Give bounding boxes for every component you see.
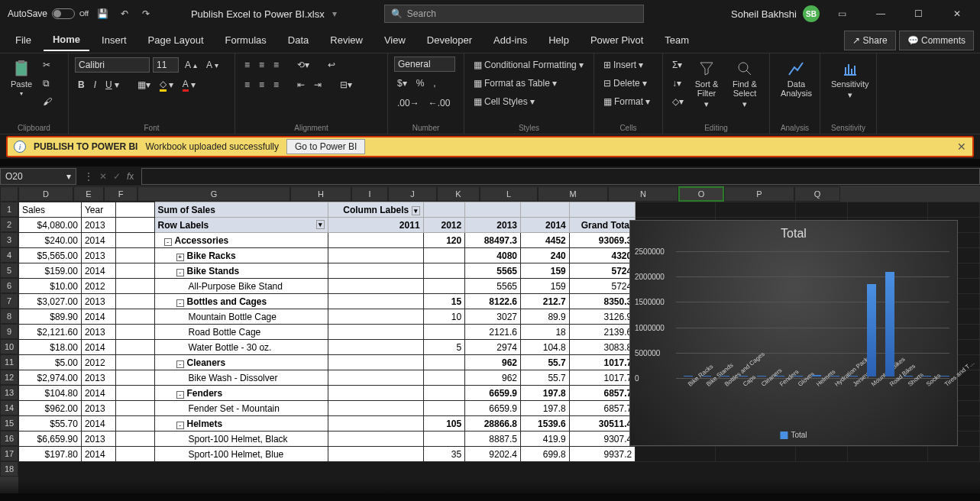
cell[interactable] bbox=[795, 202, 847, 218]
cell[interactable] bbox=[927, 447, 979, 462]
cell[interactable]: 5 bbox=[423, 340, 465, 355]
percent-icon[interactable]: % bbox=[413, 75, 428, 92]
align-center-icon[interactable]: ≡ bbox=[256, 76, 267, 93]
save-icon[interactable]: 💾 bbox=[96, 7, 110, 21]
cell[interactable]: 2012 bbox=[423, 218, 465, 233]
cell[interactable] bbox=[116, 294, 154, 309]
cell[interactable]: $3,027.00 bbox=[19, 294, 82, 309]
align-top-icon[interactable]: ≡ bbox=[241, 57, 253, 73]
cell[interactable] bbox=[328, 432, 423, 447]
cell[interactable]: $89.90 bbox=[19, 309, 82, 325]
cell[interactable] bbox=[847, 447, 927, 462]
cell[interactable]: $159.00 bbox=[19, 263, 82, 279]
cell[interactable]: 5565 bbox=[465, 279, 521, 294]
cell[interactable]: Road Bottle Cage bbox=[154, 325, 328, 340]
cell[interactable] bbox=[328, 370, 423, 386]
paste-button[interactable]: Paste ▾ bbox=[6, 57, 37, 100]
cell[interactable]: $6,659.90 bbox=[19, 432, 82, 447]
cell[interactable]: -Fenders bbox=[154, 386, 328, 401]
cell[interactable]: 1017.7 bbox=[569, 370, 635, 386]
cell[interactable] bbox=[423, 202, 465, 218]
go-to-power-bi-button[interactable]: Go to Power BI bbox=[286, 139, 365, 154]
share-button[interactable]: ↗ Share bbox=[844, 31, 895, 50]
undo-icon[interactable]: ↶ bbox=[118, 7, 131, 21]
search-input[interactable]: 🔍 Search bbox=[384, 5, 644, 23]
cell[interactable]: 4320 bbox=[569, 248, 635, 263]
formula-bar[interactable] bbox=[141, 168, 980, 185]
cell[interactable]: Mountain Bottle Cage bbox=[154, 309, 328, 325]
increase-indent-icon[interactable]: ⇥ bbox=[311, 76, 325, 93]
user-avatar[interactable]: SB bbox=[803, 5, 820, 22]
cell[interactable]: 6857.7 bbox=[569, 401, 635, 416]
cell[interactable]: Sum of Sales bbox=[154, 202, 328, 218]
tab-team[interactable]: Team bbox=[655, 30, 698, 50]
cell[interactable]: $104.80 bbox=[19, 386, 82, 401]
cell[interactable] bbox=[847, 202, 927, 218]
cell[interactable]: 2014 bbox=[81, 263, 116, 279]
cell[interactable]: -Accessories bbox=[154, 233, 328, 248]
cell[interactable]: 55.7 bbox=[521, 355, 570, 370]
cell[interactable] bbox=[423, 370, 465, 386]
tab-developer[interactable]: Developer bbox=[418, 30, 481, 50]
cell[interactable]: 4452 bbox=[521, 233, 570, 248]
orientation-icon[interactable]: ⟲▾ bbox=[294, 57, 312, 73]
comma-icon[interactable]: , bbox=[430, 75, 438, 92]
row-header[interactable]: 16 bbox=[0, 431, 18, 446]
col-header[interactable]: Q bbox=[794, 186, 840, 202]
cell[interactable]: 30511.4 bbox=[569, 416, 635, 432]
cell[interactable]: $197.80 bbox=[19, 447, 82, 462]
cell[interactable]: 105 bbox=[423, 416, 465, 432]
cell[interactable] bbox=[116, 447, 154, 462]
cell[interactable] bbox=[927, 202, 979, 218]
col-header[interactable]: F bbox=[104, 186, 137, 202]
cell[interactable]: $4,080.00 bbox=[19, 218, 82, 233]
accounting-icon[interactable]: $▾ bbox=[394, 75, 410, 92]
cell[interactable] bbox=[328, 401, 423, 416]
col-header[interactable]: P bbox=[724, 186, 794, 202]
cell[interactable] bbox=[715, 447, 795, 462]
wrap-text-icon[interactable]: ↩ bbox=[325, 57, 338, 73]
chart-bar[interactable] bbox=[885, 272, 894, 377]
cell[interactable]: -Cleaners bbox=[154, 355, 328, 370]
cell[interactable] bbox=[328, 263, 423, 279]
increase-decimal-icon[interactable]: .00→ bbox=[394, 95, 422, 112]
cell[interactable]: 10 bbox=[423, 309, 465, 325]
cell[interactable]: 9937.2 bbox=[569, 447, 635, 462]
cell[interactable]: 2011 bbox=[328, 218, 423, 233]
cell[interactable]: Grand Total bbox=[569, 218, 635, 233]
cell[interactable] bbox=[116, 432, 154, 447]
merge-center-icon[interactable]: ⊟▾ bbox=[337, 76, 355, 93]
cell[interactable]: Sport-100 Helmet, Blue bbox=[154, 447, 328, 462]
col-header[interactable]: D bbox=[18, 186, 73, 202]
cell[interactable] bbox=[116, 325, 154, 340]
italic-button[interactable]: I bbox=[91, 76, 99, 93]
cell[interactable]: 89.9 bbox=[521, 309, 570, 325]
chart[interactable]: Total 0500000100000015000002000000250000… bbox=[629, 220, 958, 446]
cell[interactable] bbox=[423, 248, 465, 263]
font-name-select[interactable] bbox=[75, 57, 150, 73]
tab-formulas[interactable]: Formulas bbox=[216, 30, 276, 50]
align-right-icon[interactable]: ≡ bbox=[270, 76, 282, 93]
cell[interactable]: 2139.6 bbox=[569, 325, 635, 340]
row-header[interactable]: 1 bbox=[0, 202, 18, 217]
sensitivity-button[interactable]: Sensitivity▾ bbox=[826, 57, 874, 103]
cell[interactable]: 699.8 bbox=[521, 447, 570, 462]
cell[interactable] bbox=[521, 202, 570, 218]
tab-page-layout[interactable]: Page Layout bbox=[139, 30, 213, 50]
cell[interactable]: -Bike Stands bbox=[154, 263, 328, 279]
fill-color-icon[interactable]: ◇▾ bbox=[157, 76, 176, 93]
cell[interactable]: $10.00 bbox=[19, 279, 82, 294]
col-header[interactable]: L bbox=[480, 186, 538, 202]
cell[interactable]: 3126.9 bbox=[569, 309, 635, 325]
cell[interactable]: 6659.9 bbox=[465, 401, 521, 416]
cell[interactable]: 88497.3 bbox=[465, 233, 521, 248]
cell[interactable]: 240 bbox=[521, 248, 570, 263]
cell[interactable] bbox=[795, 447, 847, 462]
cell[interactable]: 5724 bbox=[569, 263, 635, 279]
cell[interactable]: 2974 bbox=[465, 340, 521, 355]
col-header[interactable]: J bbox=[388, 186, 437, 202]
chart-bar[interactable] bbox=[922, 376, 931, 377]
row-header[interactable]: 7 bbox=[0, 293, 18, 309]
chart-bar[interactable] bbox=[812, 375, 821, 377]
cell[interactable]: Sales bbox=[19, 202, 82, 218]
